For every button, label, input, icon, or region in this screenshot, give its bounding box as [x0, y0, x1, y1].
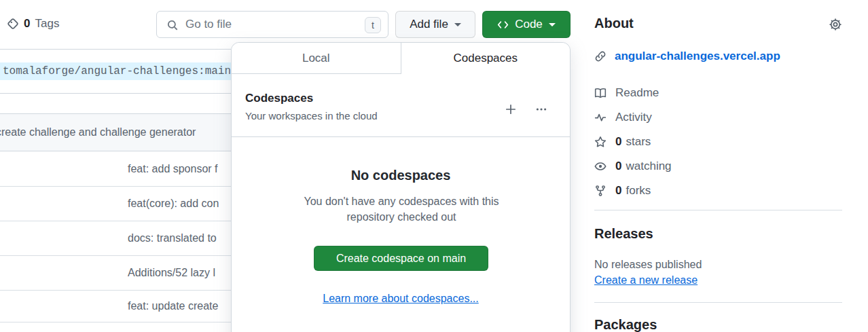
empty-state-title: No codespaces — [232, 168, 570, 183]
learn-more-link[interactable]: Learn more about codespaces... — [323, 293, 478, 304]
create-codespace-button[interactable]: Create codespace on main — [314, 246, 488, 271]
pulse-icon — [594, 111, 607, 124]
star-icon — [594, 136, 607, 148]
packages-heading: Packages — [594, 317, 657, 332]
book-icon — [594, 87, 607, 99]
kebab-icon — [535, 103, 547, 115]
stars-count: 0 — [615, 135, 621, 149]
activity-link[interactable]: Activity — [594, 105, 672, 130]
codespaces-options-button[interactable] — [532, 100, 550, 118]
code-dropdown-tabs: Local Codespaces — [232, 43, 570, 74]
readme-link[interactable]: Readme — [594, 81, 672, 105]
link-icon — [594, 50, 607, 62]
watching-count: 0 — [615, 160, 621, 173]
code-button-label: Code — [515, 18, 543, 31]
tags-count: 0 — [24, 17, 30, 31]
meta-label: forks — [626, 184, 651, 198]
tab-local[interactable]: Local — [232, 43, 401, 74]
tags-label: Tags — [35, 17, 59, 31]
tag-icon — [7, 18, 19, 30]
latest-commit-message[interactable]: create challenge and challenge generator — [0, 126, 196, 139]
search-icon — [166, 19, 179, 31]
commit-message[interactable]: Additions/52 lazy l — [128, 267, 215, 279]
meta-label: Activity — [615, 111, 652, 124]
eye-icon — [594, 160, 607, 172]
meta-label: watching — [626, 160, 671, 173]
commit-message[interactable]: feat(core): add con — [128, 198, 219, 210]
commit-message[interactable]: feat: add sponsor f — [128, 163, 218, 175]
panel-divider — [232, 136, 570, 137]
commit-message[interactable]: docs: translated to — [128, 232, 217, 244]
code-button[interactable]: Code — [482, 11, 571, 38]
empty-state-description: You don't have any codespaces with this … — [286, 193, 517, 225]
branch-ref-code[interactable]: tomalaforge/angular-challenges:main — [0, 62, 238, 80]
caret-down-icon — [549, 23, 556, 26]
releases-empty-text: No releases published — [594, 259, 702, 271]
tags-summary[interactable]: 0 Tags — [7, 17, 59, 31]
meta-label: Readme — [615, 86, 659, 100]
new-codespace-button[interactable] — [502, 100, 520, 118]
go-to-file-search[interactable]: t — [156, 11, 388, 38]
website-row: angular-challenges.vercel.app — [594, 50, 780, 63]
meta-label: stars — [626, 135, 651, 149]
shortcut-key-badge: t — [365, 17, 381, 33]
releases-heading: Releases — [594, 226, 653, 242]
gear-icon — [829, 18, 842, 31]
sidebar-divider — [594, 210, 842, 210]
repo-page: 0 Tags t Add file Code tomalaforge/angul… — [0, 0, 868, 332]
fork-icon — [594, 185, 607, 197]
tab-codespaces[interactable]: Codespaces — [401, 43, 571, 74]
codespaces-panel-title: Codespaces — [245, 92, 313, 105]
about-settings-button[interactable] — [829, 18, 842, 31]
forks-link[interactable]: 0 forks — [594, 179, 672, 203]
watching-link[interactable]: 0 watching — [594, 154, 672, 179]
learn-more-row: Learn more about codespaces... — [232, 293, 570, 305]
code-dropdown-panel: Local Codespaces Codespaces Your workspa… — [231, 42, 571, 332]
forks-count: 0 — [615, 184, 621, 198]
about-meta-list: Readme Activity 0 stars — [594, 81, 672, 203]
stars-link[interactable]: 0 stars — [594, 130, 672, 154]
website-link[interactable]: angular-challenges.vercel.app — [615, 50, 780, 63]
about-heading: About — [594, 16, 634, 31]
commit-message[interactable]: feat: update create — [128, 300, 218, 312]
add-file-label: Add file — [410, 18, 448, 31]
create-release-link[interactable]: Create a new release — [594, 274, 698, 287]
plus-icon — [505, 103, 517, 115]
codespaces-panel-subtitle: Your workspaces in the cloud — [245, 110, 378, 122]
search-input[interactable] — [185, 12, 355, 37]
code-icon — [497, 19, 509, 31]
add-file-button[interactable]: Add file — [395, 11, 475, 38]
caret-down-icon — [454, 23, 461, 26]
sidebar-divider — [594, 302, 842, 303]
